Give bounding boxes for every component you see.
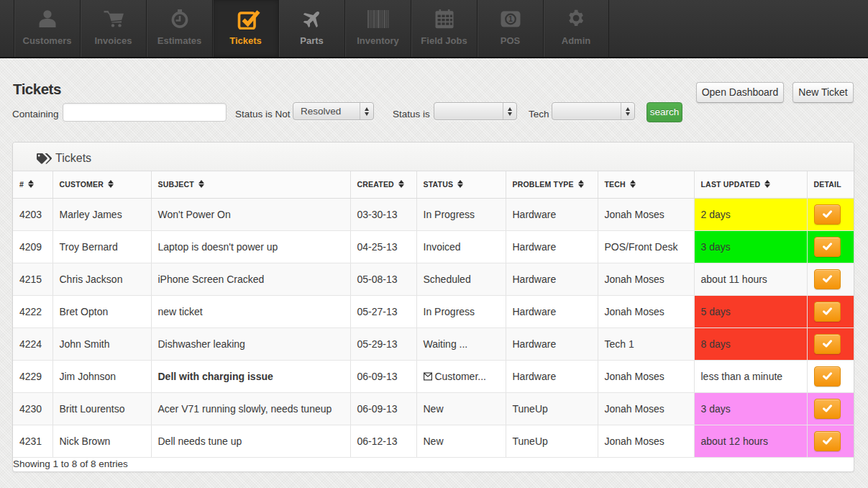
svg-text:1: 1 (508, 14, 513, 23)
